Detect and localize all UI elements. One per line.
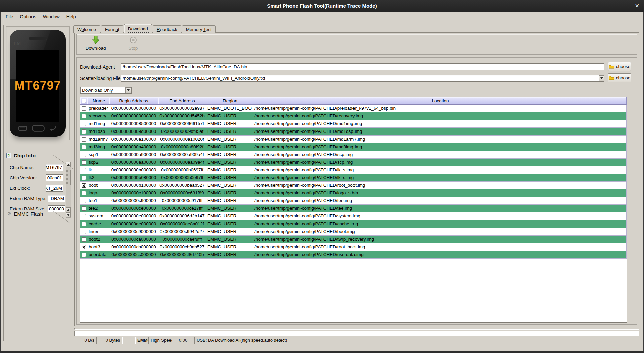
column-header-begin-address[interactable]: Begin Address bbox=[109, 97, 158, 105]
row-checkbox-cell[interactable] bbox=[80, 220, 87, 228]
row-checkbox-cell[interactable] bbox=[80, 128, 87, 136]
row-checkbox-cell[interactable] bbox=[80, 205, 87, 212]
cell-location: /home/user/tmp/gemini-config/PATCHED/sys… bbox=[253, 212, 627, 220]
menu-item-help[interactable]: Help bbox=[63, 13, 79, 20]
cell-end-address: 0x00000000ae8a012f bbox=[158, 220, 206, 228]
table-row-linux[interactable]: linux0x00000000c90000000x00000000c9942d2… bbox=[80, 228, 627, 236]
row-checkbox[interactable] bbox=[82, 176, 86, 180]
table-row-recovery[interactable]: recovery0x00000000000080000x0000000000d5… bbox=[80, 112, 627, 120]
chip-field-value: XT_26M bbox=[46, 185, 63, 192]
scatter-file-input[interactable] bbox=[121, 75, 604, 82]
scroll-up-icon[interactable] bbox=[66, 162, 71, 167]
table-row-scp2[interactable]: scp20x000000000aa000000x000000000aa09a4f… bbox=[80, 159, 627, 166]
column-header-region[interactable]: Region bbox=[206, 97, 253, 105]
table-row-tee1[interactable]: tee10x000000000c9000000x000000000c917fff… bbox=[80, 197, 627, 205]
row-checkbox-cell[interactable] bbox=[80, 136, 87, 143]
download-button[interactable]: Download bbox=[81, 35, 110, 51]
column-header-name[interactable]: Name bbox=[87, 97, 109, 105]
menu-item-options[interactable]: Options bbox=[17, 13, 40, 20]
scroll-up-icon[interactable] bbox=[66, 207, 71, 212]
tab-format[interactable]: Format bbox=[101, 25, 123, 33]
row-checkbox[interactable] bbox=[82, 168, 86, 172]
menu-item-file[interactable]: File bbox=[2, 13, 17, 20]
table-row-lk2[interactable]: lk20x000000000b0800000x000000000b0e97ffE… bbox=[80, 174, 627, 182]
row-checkbox-cell[interactable] bbox=[80, 189, 87, 197]
row-checkbox[interactable] bbox=[82, 245, 86, 249]
select-all-checkbox[interactable] bbox=[82, 99, 86, 103]
row-checkbox[interactable] bbox=[82, 191, 86, 195]
row-checkbox-cell[interactable] bbox=[80, 151, 87, 159]
row-checkbox-cell[interactable] bbox=[80, 251, 87, 259]
table-row-boot2[interactable]: boot20x00000000ca0000000x00000000caef8ff… bbox=[80, 236, 627, 243]
row-checkbox-cell[interactable] bbox=[80, 143, 87, 151]
download-mode-select[interactable]: Download Only bbox=[80, 87, 132, 94]
table-row-system[interactable]: system0x000000000e0000000x0000000096d2b1… bbox=[80, 212, 627, 220]
table-row-userdata[interactable]: userdata0x00000000cc0000000x00000000cf8d… bbox=[80, 251, 627, 259]
cell-region: EMMC_USER bbox=[206, 143, 253, 151]
row-checkbox[interactable] bbox=[82, 114, 86, 118]
table-row-logo[interactable]: logo0x000000000c1000000x000000000c631f89… bbox=[80, 189, 627, 197]
row-checkbox[interactable] bbox=[82, 222, 86, 226]
row-checkbox[interactable] bbox=[82, 106, 86, 111]
row-checkbox[interactable] bbox=[82, 183, 86, 188]
table-row-scp1[interactable]: scp10x000000000a9000000x000000000a909a4f… bbox=[80, 151, 627, 159]
tabbar: WelcomeFormatDownloadReadbackMemory Test bbox=[73, 24, 216, 33]
row-checkbox-cell[interactable] bbox=[80, 112, 87, 120]
row-checkbox[interactable] bbox=[82, 122, 86, 126]
column-header-location[interactable]: Location bbox=[253, 97, 627, 105]
emmc-flash-header[interactable]: ⚙ EMMC Flash bbox=[7, 211, 43, 217]
table-row-preloader[interactable]: preloader0x00000000000000000x00000000000… bbox=[80, 105, 627, 112]
tab-welcome[interactable]: Welcome bbox=[73, 25, 100, 33]
table-row-md1dsp[interactable]: md1dsp0x0000000009d000000x0000000009df85… bbox=[80, 128, 627, 136]
close-icon[interactable]: ✕ bbox=[635, 3, 639, 9]
scrollbar-thumb[interactable] bbox=[66, 170, 71, 185]
scatter-dropdown-icon[interactable] bbox=[599, 75, 604, 81]
row-checkbox[interactable] bbox=[82, 230, 86, 234]
table-row-md1img[interactable]: md1img0x00000000085000000x00000000096615… bbox=[80, 120, 627, 128]
row-checkbox[interactable] bbox=[82, 214, 86, 218]
cell-region: EMMC_USER bbox=[206, 228, 253, 236]
row-checkbox-cell[interactable] bbox=[80, 228, 87, 236]
row-checkbox-cell[interactable] bbox=[80, 174, 87, 182]
row-checkbox[interactable] bbox=[82, 137, 86, 142]
table-row-cache[interactable]: cache0x00000000ae0000000x00000000ae8a012… bbox=[80, 220, 627, 228]
table-row-boot[interactable]: boot0x000000000b1000000x000000000baab527… bbox=[80, 182, 627, 189]
tab-readback[interactable]: Readback bbox=[153, 25, 181, 33]
row-checkbox[interactable] bbox=[82, 206, 86, 211]
row-checkbox-cell[interactable] bbox=[80, 120, 87, 128]
row-checkbox-cell[interactable] bbox=[80, 243, 87, 251]
row-checkbox[interactable] bbox=[82, 237, 86, 242]
row-checkbox[interactable] bbox=[82, 153, 86, 157]
tab-memory-test[interactable]: Memory Test bbox=[182, 25, 216, 33]
choose-scatter-button[interactable]: choose bbox=[608, 73, 631, 82]
row-checkbox-cell[interactable] bbox=[80, 236, 87, 243]
cell-region: EMMC_USER bbox=[206, 197, 253, 205]
choose-agent-button[interactable]: choose bbox=[608, 62, 631, 71]
table-row-boot3[interactable]: boot30x00000000cb0000000x00000000cb9ab52… bbox=[80, 243, 627, 251]
header-select-all[interactable] bbox=[80, 97, 87, 105]
row-checkbox[interactable] bbox=[82, 129, 86, 134]
row-checkbox-cell[interactable] bbox=[80, 166, 87, 174]
table-row-md3img[interactable]: md3img0x000000000a4000000x000000000a80f9… bbox=[80, 143, 627, 151]
row-checkbox[interactable] bbox=[82, 199, 86, 203]
table-row-tee2[interactable]: tee20x000000000ce000000x000000000ce17fff… bbox=[80, 205, 627, 212]
table-row-lk[interactable]: lk0x000000000b0000000x000000000b0697ffEM… bbox=[80, 166, 627, 174]
row-checkbox-cell[interactable] bbox=[80, 182, 87, 189]
table-row-md1arm7[interactable]: md1arm70x000000000a1000000x000000000a100… bbox=[80, 136, 627, 143]
scroll-down-icon[interactable] bbox=[66, 212, 71, 217]
row-checkbox[interactable] bbox=[82, 253, 86, 257]
tab-download[interactable]: Download bbox=[124, 24, 152, 33]
row-checkbox-cell[interactable] bbox=[80, 212, 87, 220]
column-header-end-address[interactable]: End Address bbox=[158, 97, 206, 105]
row-checkbox-cell[interactable] bbox=[80, 197, 87, 205]
mode-dropdown-icon[interactable] bbox=[125, 87, 131, 93]
download-agent-input[interactable] bbox=[121, 63, 604, 70]
cell-location: /home/user/tmp/gemini-config/PATCHED/pre… bbox=[253, 105, 627, 112]
menu-item-window[interactable]: Window bbox=[40, 13, 63, 20]
phone-preview-frame: BM MT6797 bbox=[6, 26, 70, 140]
separator-groove bbox=[74, 328, 639, 330]
row-checkbox[interactable] bbox=[82, 160, 86, 165]
row-checkbox[interactable] bbox=[82, 145, 86, 149]
row-checkbox-cell[interactable] bbox=[80, 159, 87, 166]
row-checkbox-cell[interactable] bbox=[80, 105, 87, 112]
